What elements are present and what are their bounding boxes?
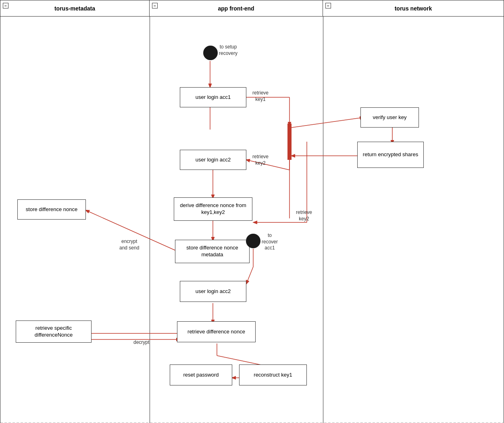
minimize-metadata[interactable]: − bbox=[3, 3, 8, 8]
svg-rect-2 bbox=[287, 124, 292, 160]
column-headers: − torus-metadata − app front-end − torus… bbox=[0, 0, 504, 17]
box-login-acc1: user login acc1 bbox=[180, 87, 246, 107]
circle-recover bbox=[246, 234, 260, 248]
box-store-difference-nonce: store difference nonce bbox=[17, 199, 86, 220]
box-store-nonce-meta: store difference nonce metadata bbox=[175, 240, 250, 263]
box-reconstruct-key1: reconstruct key1 bbox=[239, 364, 307, 385]
label-to-setup-recovery: to setuprecovery bbox=[219, 44, 237, 57]
col-header-network: − torus network bbox=[323, 0, 504, 16]
minimize-network[interactable]: − bbox=[325, 3, 331, 8]
box-return-encrypted-shares: return encrypted shares bbox=[357, 142, 424, 168]
diagram-body: to setuprecovery user login acc1 user lo… bbox=[0, 17, 504, 423]
minimize-frontend[interactable]: − bbox=[152, 3, 158, 8]
divider-1 bbox=[150, 17, 150, 423]
label-retrieve-key2: retrievekey2 bbox=[252, 154, 269, 166]
box-login-acc2: user login acc2 bbox=[180, 150, 246, 170]
col-label-frontend: app front-end bbox=[218, 5, 254, 12]
col-label-network: torus network bbox=[395, 5, 432, 12]
box-retrieve-diff-nonce: retrieve difference nonce bbox=[177, 321, 256, 342]
label-to-recover-acc1: torecoveracc1 bbox=[262, 232, 278, 251]
col-label-metadata: torus-metadata bbox=[54, 5, 95, 12]
circle-start bbox=[203, 46, 218, 60]
box-reset-password: reset password bbox=[170, 364, 232, 385]
box-derive-difference-nonce: derive difference nonce from key1,key2 bbox=[174, 197, 252, 221]
svg-line-17 bbox=[246, 267, 253, 284]
box-retrieve-specific-diff-nonce: retrieve specific differenceNonce bbox=[16, 320, 92, 343]
label-decrypt: decrypt bbox=[133, 339, 149, 346]
box-login-acc2-recover: user login acc2 bbox=[180, 281, 246, 302]
svg-line-5 bbox=[292, 117, 363, 128]
diagram-container: − torus-metadata − app front-end − torus… bbox=[0, 0, 504, 423]
label-retrieve-key1: retrievekey1 bbox=[252, 90, 269, 103]
col-header-frontend: − app front-end bbox=[150, 0, 323, 16]
label-encrypt-and-send: encryptand send bbox=[119, 239, 139, 251]
col-header-metadata: − torus-metadata bbox=[0, 0, 150, 16]
divider-2 bbox=[323, 17, 323, 423]
label-retrieve-key2-2: retrievekey2 bbox=[296, 209, 312, 222]
box-verify-user-key: verify user key bbox=[360, 107, 419, 128]
